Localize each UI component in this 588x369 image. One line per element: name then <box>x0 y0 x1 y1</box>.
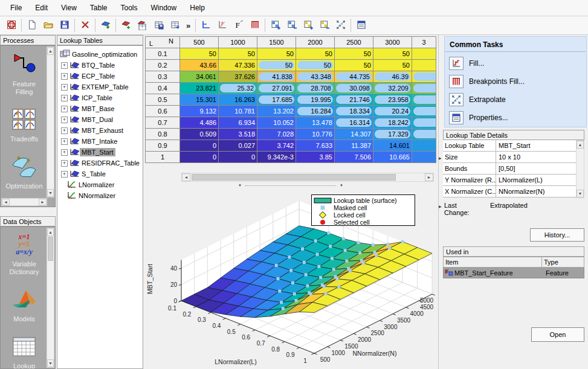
grid-cell[interactable]: 19.995 <box>296 94 335 106</box>
sidebar-item-models[interactable]: Models <box>1 287 48 323</box>
data-objects-vscrollbar[interactable]: ▲ ▼ <box>47 228 54 368</box>
toolbar-overflow-button[interactable]: » <box>183 21 193 30</box>
grid-cell-partial[interactable] <box>412 83 436 94</box>
tree-item-lnormalizer[interactable]: LNormalizer <box>57 179 143 190</box>
grid-cell[interactable]: 28.708 <box>296 83 335 94</box>
tree-item-mbt_start[interactable]: +MBT_Start <box>57 147 143 158</box>
grid-cell[interactable]: 18.242 <box>373 117 412 129</box>
task-fill[interactable]: fFill... <box>449 57 586 70</box>
sidebar-item-lookup-tables[interactable]: LookupTables <box>1 334 48 369</box>
grid-cell[interactable]: 50 <box>296 48 335 60</box>
grid-cell[interactable]: 23.958 <box>373 94 412 106</box>
scroll-thumb[interactable] <box>48 237 53 261</box>
grid-cell[interactable]: 7.506 <box>335 152 373 163</box>
grid-cell[interactable]: 43.348 <box>296 71 335 83</box>
expand-icon[interactable]: + <box>61 84 68 91</box>
cage-logo-button[interactable] <box>3 18 19 33</box>
expand-icon[interactable]: + <box>61 73 68 80</box>
grid-cell[interactable]: 3.742 <box>257 140 296 152</box>
grid-cell[interactable]: 7.633 <box>296 140 335 152</box>
grid-cell[interactable]: 44.735 <box>335 71 373 83</box>
grid-cell[interactable]: 37.626 <box>219 71 257 83</box>
expand-icon[interactable]: + <box>61 62 68 69</box>
import-models-button[interactable] <box>97 18 114 33</box>
expand-icon[interactable]: + <box>61 95 68 101</box>
tree-item-mbt_exhaust[interactable]: +MBT_Exhaust <box>57 125 143 136</box>
grid-cell[interactable]: 3.518 <box>219 129 257 140</box>
export-table-button[interactable] <box>167 18 183 33</box>
scroll-thumb[interactable] <box>192 174 396 181</box>
tree-item-icp_table[interactable]: +ICP_Table <box>57 92 143 103</box>
fill-table-button[interactable]: f <box>214 18 230 33</box>
grid-cell[interactable]: 15.301 <box>180 94 219 106</box>
scroll-down-icon[interactable]: ▼ <box>47 189 54 197</box>
menu-table[interactable]: Table <box>83 1 114 14</box>
grid-cell-partial[interactable] <box>412 117 436 129</box>
add-columns-button[interactable] <box>300 18 316 33</box>
grid-cell-partial[interactable] <box>412 94 436 106</box>
grid-cell[interactable]: 10.781 <box>219 106 257 117</box>
task-properties[interactable]: Properties... <box>449 111 586 124</box>
grid-cell[interactable]: 50 <box>373 48 412 60</box>
grid-cell-partial[interactable] <box>412 71 436 83</box>
used-in-row[interactable]: MBT_Start_Feature Feature <box>443 268 584 278</box>
menu-tools[interactable]: Tools <box>114 1 144 14</box>
grid-cell[interactable]: 16.263 <box>219 94 257 106</box>
grid-cell[interactable]: 23.821 <box>180 83 219 94</box>
grid-cell[interactable]: 25.32 <box>219 83 257 94</box>
grid-cell[interactable]: 13.478 <box>296 117 335 129</box>
history-button[interactable]: History... <box>530 228 584 242</box>
breakpoints-fill-toolbar-button[interactable] <box>247 18 263 33</box>
grid-cell[interactable]: 50 <box>373 60 412 71</box>
add-rows-button[interactable] <box>267 18 283 33</box>
expand-icon[interactable]: + <box>61 127 68 134</box>
grid-cell[interactable]: 16.314 <box>335 117 373 129</box>
grid-cell[interactable]: 9.132 <box>180 106 219 117</box>
tree-item-gasoline_optimization[interactable]: Gasoline_optimization <box>57 49 143 60</box>
grid-cell[interactable]: 34.061 <box>180 71 219 83</box>
new-table-button[interactable] <box>134 18 150 33</box>
grid-cell[interactable]: 0 <box>180 152 219 163</box>
scroll-left-icon[interactable]: ◄ <box>182 173 190 181</box>
expand-icon[interactable]: + <box>61 138 68 145</box>
tree-item-btq_table[interactable]: +BTQ_Table <box>57 60 143 71</box>
grid-cell-partial[interactable] <box>412 152 436 163</box>
surface-plot[interactable]: 10.90.80.70.60.50.40.30.20.1500100015002… <box>144 188 438 369</box>
scroll-down-icon[interactable]: ▼ <box>577 190 584 197</box>
grid-cell[interactable]: 20.24 <box>373 106 412 117</box>
tree-item-extemp_table[interactable]: +EXTEMP_Table <box>57 82 143 92</box>
sidebar-item-variable-dictionary[interactable]: x=1y=5a=x/yVariableDictionary <box>1 232 48 276</box>
grid-cell[interactable]: 43.66 <box>180 60 219 71</box>
save-project-button[interactable] <box>56 18 73 33</box>
open-project-button[interactable] <box>40 18 56 33</box>
expand-icon[interactable]: + <box>61 171 68 178</box>
task-extrapolate[interactable]: Extrapolate <box>449 93 586 106</box>
sidebar-item-tradeoffs[interactable]: Tradeoffs <box>1 107 48 143</box>
sidebar-item-optimization[interactable]: Optimization <box>1 154 48 190</box>
expand-icon[interactable]: + <box>61 106 68 112</box>
menu-edit[interactable]: Edit <box>28 1 54 14</box>
expand-icon[interactable]: + <box>61 160 68 167</box>
expand-icon[interactable]: + <box>61 149 68 156</box>
grid-cell-partial[interactable] <box>412 60 436 71</box>
grid-cell[interactable]: 10.776 <box>296 129 335 140</box>
grid-cell[interactable]: 41.838 <box>257 71 296 83</box>
grid-cell-partial[interactable] <box>412 129 436 140</box>
grid-cell[interactable]: 11.387 <box>335 140 373 152</box>
task-breakpoints-fill[interactable]: Breakpoints Fill... <box>449 75 586 88</box>
grid-cell[interactable]: 0.509 <box>180 129 219 140</box>
grid-cell[interactable]: 50 <box>296 60 335 71</box>
grid-cell[interactable]: 21.746 <box>335 94 373 106</box>
grid-cell[interactable]: 10.665 <box>373 152 412 163</box>
processes-vscrollbar[interactable]: ▲ ▼ <box>47 47 54 197</box>
grid-cell[interactable]: 27.091 <box>257 83 296 94</box>
delete-button[interactable] <box>77 18 93 33</box>
tree-item-nnormalizer[interactable]: NNormalizer <box>57 190 143 201</box>
extrapolate-toolbar-button[interactable] <box>332 18 349 33</box>
grid-cell[interactable]: 4.486 <box>180 117 219 129</box>
grid-cell[interactable]: 3.85 <box>296 152 335 163</box>
grid-cell[interactable]: 17.329 <box>373 129 412 140</box>
menu-help[interactable]: Help <box>183 1 212 14</box>
grid-hscrollbar[interactable]: ◄ ► <box>181 173 434 182</box>
sidebar-item-feature-filling[interactable]: FeatureFilling <box>1 52 48 96</box>
